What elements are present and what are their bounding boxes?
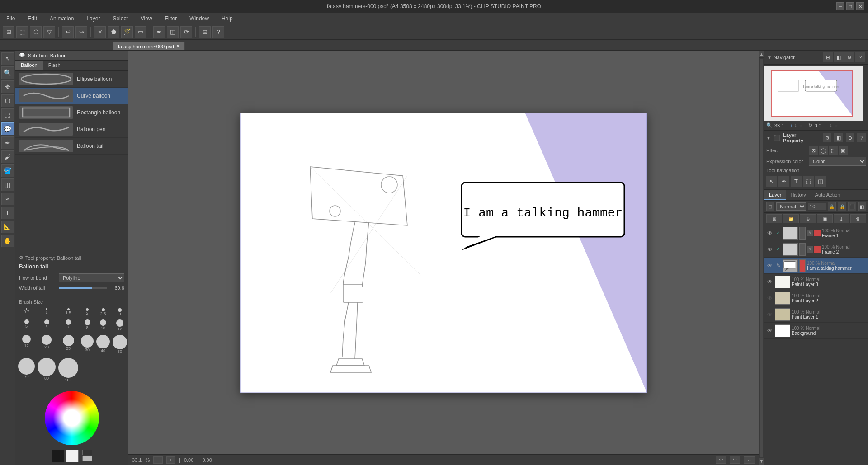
tool-nav-text[interactable]: T (791, 176, 802, 187)
zoom-in-button[interactable]: + (166, 456, 175, 464)
nav-icon-1[interactable]: ⊞ (823, 52, 833, 62)
zoom-out-button[interactable]: − (153, 456, 162, 464)
expression-color-select[interactable]: Color Grayscale Monochrome (809, 157, 866, 166)
tool-nav-pen[interactable]: ✒ (778, 176, 789, 187)
layer-item-speech[interactable]: 👁 ✎ 100 % Normal I am a talking hammer (764, 258, 868, 274)
tool-ruler[interactable]: 📐 (1, 221, 14, 233)
tool-balloon[interactable]: 💬 (1, 122, 14, 135)
brush-item-12[interactable]: 12 (112, 319, 128, 333)
tool-zoom[interactable]: 🔍 (1, 66, 14, 79)
menu-file[interactable]: File (4, 14, 18, 23)
statusbar-redo-button[interactable]: ↪ (730, 456, 740, 464)
effect-icon-4[interactable]: ▣ (839, 146, 848, 155)
layer-eye-speech[interactable]: 👁 (766, 263, 774, 269)
scroll-down-button[interactable]: ▼ (759, 458, 764, 465)
nav-icon-3[interactable]: ⚙ (844, 52, 854, 62)
tool-pen[interactable]: ✒ (1, 136, 14, 149)
brush-item-18[interactable]: 40 (95, 334, 111, 356)
brush-item-1[interactable]: 1 (37, 307, 57, 318)
maximize-button[interactable]: □ (846, 2, 854, 10)
brush-item-23[interactable]: 100 (57, 357, 79, 383)
brush-item-4[interactable]: 2.5 (95, 307, 111, 318)
document-tab[interactable]: fatasy hammers~000.psd ✕ (113, 42, 185, 50)
layer-item-paint3[interactable]: 👁 100 % Normal Paint Layer 3 (764, 274, 868, 290)
layer-item-frame2[interactable]: 👁 ✓ ✎ 100 % Normal Frame 2 (764, 241, 868, 258)
tool-text[interactable]: T (1, 207, 14, 219)
lp-header-icon-2[interactable]: ◧ (834, 133, 843, 142)
layer-item-background[interactable]: 👁 100 % Normal Background (764, 323, 868, 339)
brush-item-15[interactable]: 20 (37, 334, 57, 356)
layer-item-paint1[interactable]: 👁 100 % Normal Paint Layer 1 (764, 306, 868, 323)
layer-action-new-folder[interactable]: 📁 (783, 214, 799, 223)
layer-action-fill[interactable]: ▣ (817, 214, 833, 223)
nav-flip-h[interactable]: ↔ (834, 123, 838, 128)
toolbar-fill-icon[interactable]: ▽ (43, 26, 55, 38)
toolbar-square-icon[interactable]: ▭ (135, 26, 146, 38)
secondary-color-swatch[interactable] (66, 450, 79, 462)
tool-blur[interactable]: ≈ (1, 193, 14, 205)
layer-ctrl-btn-2[interactable]: 🔒 (838, 202, 846, 211)
layer-action-copy[interactable]: ⊕ (800, 214, 816, 223)
toolbar-wand-icon[interactable]: 🪄 (121, 26, 133, 38)
color-wheel[interactable] (45, 391, 99, 445)
brush-item-10[interactable]: 8 (80, 319, 94, 333)
tool-transform[interactable]: ⬚ (1, 108, 14, 121)
balloon-item-rectangle[interactable]: Rectangle balloon (15, 104, 128, 121)
toolbar-question-icon[interactable]: ? (212, 26, 224, 38)
tool-brush[interactable]: 🖌 (1, 150, 14, 163)
balloon-item-ellipse[interactable]: Ellipse balloon (15, 71, 128, 88)
toolbar-rotate-icon[interactable]: ⟳ (180, 26, 192, 38)
tool-move[interactable]: ✥ (1, 80, 14, 93)
brush-item-8[interactable]: 6 (37, 319, 57, 333)
balloon-item-pen[interactable]: Balloon pen (15, 121, 128, 138)
tool-fill[interactable]: 🪣 (1, 164, 14, 177)
nav-icon-4[interactable]: ? (855, 52, 865, 62)
layer-opacity-input[interactable] (808, 203, 826, 210)
layer-eye-background[interactable]: 👁 (766, 328, 774, 334)
tool-grab[interactable]: ✋ (1, 235, 14, 247)
layer-ctrl-btn-3[interactable]: ⬛ (848, 202, 856, 211)
toolbar-transform-icon[interactable]: ⬚ (16, 26, 28, 38)
balloon-item-curve[interactable]: Curve balloon (15, 88, 128, 104)
width-of-tail-slider[interactable] (59, 287, 107, 289)
balloon-item-tail[interactable]: Balloon tail (15, 138, 128, 155)
brush-item-22[interactable]: 80 (37, 357, 57, 383)
layer-item-frame1[interactable]: 👁 ✓ ✎ 100 % Normal Frame 1 (764, 225, 868, 241)
menu-window[interactable]: Window (187, 14, 212, 23)
lp-collapse-icon[interactable]: ▼ (766, 136, 771, 141)
nav-zoom-input[interactable]: + (790, 123, 793, 128)
layer-action-delete[interactable]: 🗑 (850, 214, 866, 223)
how-to-bend-select[interactable]: Polyline Bezier (59, 273, 124, 282)
statusbar-flip-button[interactable]: ↔ (744, 456, 755, 464)
canvas[interactable]: I am a talking hammer (240, 113, 647, 393)
layer-eye-frame1[interactable]: 👁 (766, 230, 774, 236)
brush-item-16[interactable]: 25 (57, 334, 79, 356)
layer-eye-paint3[interactable]: 👁 (766, 279, 774, 285)
tool-nav-eraser[interactable]: ◫ (815, 176, 826, 187)
menu-edit[interactable]: Edit (25, 14, 40, 23)
pattern-swatch-1[interactable] (82, 450, 92, 455)
effect-icon-2[interactable]: ◯ (819, 146, 828, 155)
brush-item-5[interactable]: 3 (112, 307, 128, 318)
scroll-thumb[interactable] (760, 59, 763, 457)
layer-eye-paint1[interactable]: 👁 (766, 311, 774, 318)
brush-item-21[interactable]: 70 (17, 357, 36, 383)
toolbar-star-icon[interactable]: ✳ (94, 26, 106, 38)
balloon-tab-balloon[interactable]: Balloon (15, 61, 43, 70)
effect-icon-1[interactable]: ⊠ (809, 146, 818, 155)
tool-nav-select[interactable]: ↖ (766, 176, 777, 187)
layer-tab-layer[interactable]: Layer (764, 190, 786, 200)
lp-header-icon-3[interactable]: ⊕ (846, 133, 855, 142)
layer-action-merge[interactable]: ⤓ (834, 214, 849, 223)
layer-ctrl-btn-1[interactable]: ⊟ (766, 202, 774, 211)
layer-blend-mode-select[interactable]: Normal Multiply Screen Overlay (776, 202, 806, 211)
toolbar-redo-icon[interactable]: ↪ (75, 26, 87, 38)
tab-close-icon[interactable]: ✕ (176, 43, 180, 49)
brush-item-2[interactable]: 1.5 (57, 307, 79, 318)
minimize-button[interactable]: ─ (836, 2, 844, 10)
toolbar-lasso-icon[interactable]: ⬟ (108, 26, 119, 38)
tool-nav-transform[interactable]: ⬚ (803, 176, 814, 187)
menu-filter[interactable]: Filter (162, 14, 180, 23)
menu-view[interactable]: View (138, 14, 155, 23)
layer-opacity-btn[interactable]: 🔒 (828, 202, 836, 211)
